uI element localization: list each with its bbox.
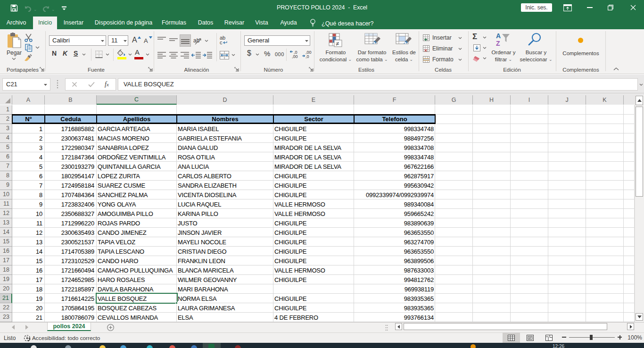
svg-text:Z: Z bbox=[496, 40, 500, 47]
svg-text:c: c bbox=[220, 40, 223, 45]
svg-text:A: A bbox=[496, 32, 501, 40]
svg-text:≠: ≠ bbox=[336, 40, 339, 47]
svg-text:,0: ,0 bbox=[305, 54, 309, 58]
svg-text:,00: ,00 bbox=[292, 54, 298, 58]
